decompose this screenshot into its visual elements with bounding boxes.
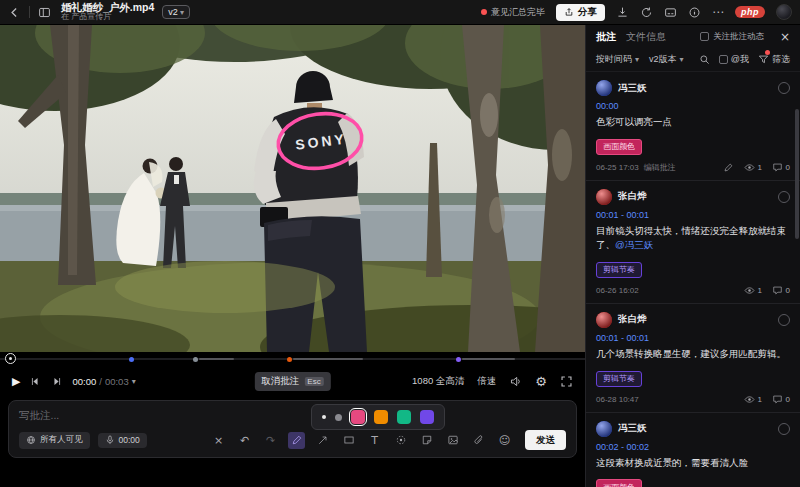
comment-range-line — [293, 358, 363, 360]
playhead[interactable] — [5, 353, 16, 364]
follow-annotations-checkbox[interactable]: 关注批注动态 — [700, 31, 764, 43]
fullscreen-icon[interactable] — [560, 375, 573, 388]
comment-date: 06-25 17:03 — [596, 163, 639, 172]
scrollbar[interactable] — [795, 109, 799, 239]
comment-tag[interactable]: 剪辑节奏 — [596, 371, 642, 387]
redo-icon[interactable]: ↷ — [262, 432, 279, 449]
views-counter[interactable]: 1 — [744, 162, 762, 173]
attachment-icon[interactable] — [470, 432, 487, 449]
views-counter[interactable]: 1 — [744, 394, 762, 405]
title-block: 婚礼婚纱_户外.mp4 在 产品宣传片 — [61, 2, 154, 21]
version-filter-dropdown[interactable]: v2版本▾ — [649, 53, 684, 66]
comment-marker[interactable] — [456, 357, 461, 362]
comment-timecode[interactable]: 00:01 - 00:01 — [596, 210, 790, 220]
pen-tool[interactable] — [288, 432, 305, 449]
rectangle-tool[interactable] — [340, 432, 357, 449]
tab-annotations[interactable]: 批注 — [596, 30, 616, 44]
back-icon[interactable] — [8, 6, 21, 19]
brush-palette — [311, 404, 445, 430]
arrow-tool[interactable] — [314, 432, 331, 449]
comment-composer[interactable]: 写批注... 所有人可见 00:00 × — [8, 400, 577, 458]
play-button[interactable]: ▶ — [12, 375, 20, 388]
emoji-icon[interactable]: ☺ — [496, 432, 513, 449]
resolve-circle[interactable] — [778, 191, 790, 203]
comment-text: 色彩可以调亮一点 — [596, 115, 790, 129]
transcript-icon[interactable] — [664, 6, 677, 19]
user-avatar[interactable] — [776, 4, 792, 20]
prev-frame-button[interactable] — [30, 376, 41, 387]
color-palette — [351, 410, 434, 424]
edited-label[interactable]: 编辑批注 — [644, 162, 676, 173]
voice-record-button[interactable]: 00:00 — [98, 433, 147, 448]
comment-item[interactable]: 冯三妖 00:00 色彩可以调亮一点 画面颜色 06-25 17:03 编辑批注… — [586, 72, 800, 181]
comment-timecode[interactable]: 00:01 - 00:01 — [596, 333, 790, 343]
comment-item[interactable]: 冯三妖 00:02 - 00:02 这段素材换成近景的，需要看清人脸 画面颜色 … — [586, 413, 800, 487]
comment-tag[interactable]: 画面颜色 — [596, 479, 642, 487]
sort-dropdown[interactable]: 按时间码▾ — [596, 53, 639, 66]
color-swatch[interactable] — [397, 410, 411, 424]
color-swatch[interactable] — [374, 410, 388, 424]
tab-file-info[interactable]: 文件信息 — [626, 30, 666, 44]
mention-me-filter[interactable]: @我 — [719, 53, 749, 66]
send-button[interactable]: 发送 — [525, 430, 566, 450]
sync-icon[interactable] — [640, 6, 653, 19]
replies-counter[interactable]: 0 — [772, 285, 790, 296]
text-tool[interactable]: T — [366, 432, 383, 449]
comment-range-line — [199, 358, 234, 360]
comment-text: 这段素材换成近景的，需要看清人脸 — [596, 456, 790, 470]
close-panel-icon[interactable]: × — [780, 30, 790, 44]
views-counter[interactable]: 1 — [744, 285, 762, 296]
comment-input[interactable]: 写批注... — [19, 409, 566, 423]
image-icon[interactable] — [444, 432, 461, 449]
download-icon[interactable] — [616, 6, 629, 19]
comment-mention[interactable]: @冯三妖 — [615, 239, 653, 250]
replies-counter[interactable]: 0 — [772, 394, 790, 405]
undo-icon[interactable]: ↶ — [236, 432, 253, 449]
search-icon[interactable] — [699, 54, 710, 65]
app: 婚礼婚纱_户外.mp4 在 产品宣传片 v2▾ 意见汇总完毕 分享 — [0, 0, 800, 487]
resolve-circle[interactable] — [778, 314, 790, 326]
more-icon[interactable]: ⋯ — [712, 5, 724, 19]
filter-badge — [765, 50, 770, 55]
timeline[interactable] — [0, 352, 585, 366]
color-swatch[interactable] — [420, 410, 434, 424]
quality-selector[interactable]: 1080 全高清 — [412, 375, 464, 388]
comment-item[interactable]: 张白烨 00:01 - 00:01 几个场景转换略显生硬，建议多用匹配剪辑。 剪… — [586, 304, 800, 413]
speed-selector[interactable]: 倍速 — [477, 375, 496, 388]
replies-counter[interactable]: 0 — [772, 162, 790, 173]
video-surface[interactable]: SONY — [0, 25, 585, 352]
close-icon[interactable]: × — [210, 432, 227, 449]
share-button[interactable]: 分享 — [556, 4, 605, 21]
video-location[interactable]: 在 产品宣传片 — [61, 13, 154, 21]
sticker-icon[interactable] — [418, 432, 435, 449]
cancel-annotation-button[interactable]: 取消批注 Esc — [254, 372, 330, 391]
comment-marker[interactable] — [193, 357, 198, 362]
comment-tag[interactable]: 画面颜色 — [596, 139, 642, 155]
resolve-circle[interactable] — [778, 82, 790, 94]
file-tree-icon[interactable] — [38, 6, 51, 19]
comment-tag[interactable]: 剪辑节奏 — [596, 262, 642, 278]
time-display[interactable]: 00:00 / 00:03 ▾ — [72, 376, 135, 387]
blur-tool[interactable] — [392, 432, 409, 449]
reply-bubble-icon — [772, 285, 783, 296]
drawing-annotation-icon[interactable] — [723, 162, 734, 173]
comment-marker[interactable] — [129, 357, 134, 362]
comment-timecode[interactable]: 00:00 — [596, 101, 790, 111]
filter-button[interactable]: 筛选 — [758, 53, 790, 66]
brush-size-small[interactable] — [322, 415, 326, 419]
version-dropdown[interactable]: v2▾ — [162, 5, 190, 19]
color-swatch[interactable] — [351, 410, 365, 424]
player-column: SONY ▶ — [0, 25, 585, 487]
avatar — [596, 312, 612, 328]
comment-marker[interactable] — [287, 357, 292, 362]
comment-item[interactable]: 张白烨 00:01 - 00:01 目前镜头切得太快，情绪还没完全释放就结束了、… — [586, 181, 800, 304]
next-frame-button[interactable] — [51, 376, 62, 387]
brush-size-large[interactable] — [335, 414, 342, 421]
volume-icon[interactable] — [509, 375, 522, 388]
info-icon[interactable] — [688, 6, 701, 19]
comment-author: 张白烨 — [618, 313, 647, 326]
resolve-circle[interactable] — [778, 423, 790, 435]
visibility-selector[interactable]: 所有人可见 — [19, 432, 90, 449]
settings-gear-icon[interactable]: ⚙ — [535, 374, 547, 389]
comment-timecode[interactable]: 00:02 - 00:02 — [596, 442, 790, 452]
